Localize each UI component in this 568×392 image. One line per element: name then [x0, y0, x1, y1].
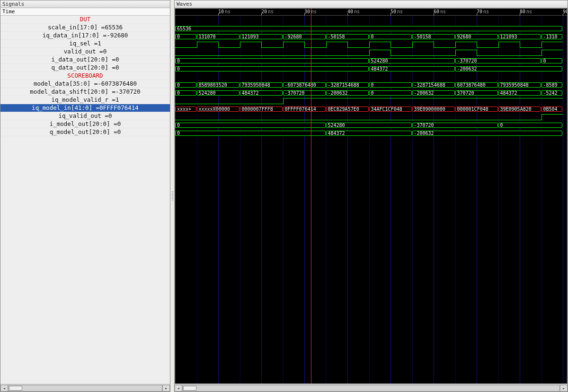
bus-segment: 524280: [197, 90, 240, 96]
wave-row[interactable]: 085898035207935950848-6073876480-3287154…: [175, 81, 567, 89]
scroll-track[interactable]: [182, 385, 560, 392]
bus-segment: -3287154688: [326, 82, 369, 88]
signals-title: Signals: [0, 0, 170, 8]
signal-list[interactable]: DUTscale_in[17:0] =65536iq_data_in[17:0]…: [0, 16, 170, 384]
signal-row[interactable]: i_data_out[20:0] =0: [0, 56, 170, 64]
ruler-tick: 70ns: [477, 9, 489, 16]
wave-row[interactable]: 0484372-200632: [175, 65, 567, 73]
signal-row[interactable]: q_model_out[20:0] =0: [0, 128, 170, 136]
bit-edge: [304, 42, 305, 48]
bit-line: [175, 47, 197, 48]
scroll-thumb[interactable]: [183, 386, 196, 391]
wave-row[interactable]: 0524280-3707200: [175, 121, 567, 129]
signal-row[interactable]: iq_sel =1: [0, 40, 170, 48]
wave-row[interactable]: 0524280-3707200: [175, 57, 567, 65]
bit-edge: [390, 42, 391, 48]
signal-row[interactable]: iq_model_in[41:0] =0FFFF076414: [0, 104, 170, 112]
bus-segment: 0: [175, 123, 326, 128]
waves-scrollbar[interactable]: ◂ ▸: [175, 384, 568, 392]
bit-line: [541, 50, 563, 50]
bus-segment: 0: [175, 34, 196, 39]
wave-row[interactable]: 65536: [175, 25, 567, 33]
scroll-left-icon[interactable]: ◂: [175, 385, 182, 392]
splitter-grip-icon: [172, 191, 173, 201]
bus-segment: 0: [369, 90, 412, 96]
bit-edge: [541, 114, 542, 120]
wave-row[interactable]: [175, 73, 567, 81]
bit-edge: [477, 50, 477, 56]
signal-group-header[interactable]: DUT: [0, 16, 170, 24]
bus-segment: -200632: [412, 90, 455, 96]
bus-segment: 34AFC1CF048: [369, 107, 412, 112]
signal-group-header[interactable]: SCOREBOARD: [0, 72, 170, 80]
ruler-tick: 10ns: [218, 9, 231, 16]
bit-line: [283, 42, 305, 42]
wave-row[interactable]: [175, 41, 567, 49]
bus-segment: 000001CF048: [455, 107, 498, 112]
bus-segment: 0: [498, 123, 563, 128]
scroll-right-icon[interactable]: ▸: [560, 385, 568, 392]
bus-segment: 0: [175, 58, 369, 63]
signals-panel: Signals Time DUTscale_in[17:0] =65536iq_…: [0, 0, 170, 392]
scroll-right-icon[interactable]: ▸: [162, 385, 170, 392]
bus-segment: -50158: [412, 34, 455, 39]
bus-segment: 39E0905A820: [498, 107, 541, 112]
bus-segment: 484372: [240, 90, 283, 96]
bus-segment: -92680: [283, 34, 326, 39]
signal-row[interactable]: model_data[35:0] =-6073876480: [0, 80, 170, 88]
wave-row[interactable]: [175, 17, 567, 25]
scroll-thumb[interactable]: [9, 386, 22, 391]
bit-line: [455, 50, 477, 50]
signal-row[interactable]: iq_model_valid_r =1: [0, 96, 170, 104]
signals-scrollbar[interactable]: ◂ ▸: [0, 384, 170, 392]
bus-segment: xxxxxX00000: [197, 107, 240, 112]
time-cursor[interactable]: [311, 9, 311, 383]
bus-segment: 7935950848: [240, 82, 283, 88]
bus-segment: 484372: [369, 66, 455, 71]
bit-edge: [390, 50, 391, 56]
bus-segment: 121093: [240, 34, 283, 39]
bus-segment: 39E09000000: [412, 107, 455, 112]
signal-row[interactable]: valid_out =0: [0, 48, 170, 56]
bit-line: [434, 47, 455, 48]
bit-edge: [197, 42, 197, 48]
bit-edge: [477, 42, 477, 48]
waves-panel: Waves 10ns20ns30ns40ns50ns60ns70ns80ns90…: [174, 0, 568, 392]
panel-splitter[interactable]: [170, 0, 174, 392]
bit-edge: [283, 42, 284, 48]
waves-title: Waves: [175, 0, 568, 8]
scroll-left-icon[interactable]: ◂: [0, 385, 8, 392]
wave-row[interactable]: [175, 49, 567, 57]
bus-segment: -5242: [541, 90, 563, 96]
wave-row[interactable]: [175, 113, 567, 121]
time-ruler[interactable]: 10ns20ns30ns40ns50ns60ns70ns80ns90ns: [175, 9, 567, 16]
bit-line: [390, 47, 412, 48]
signal-row[interactable]: iq_data_in[17:0] =-92680: [0, 32, 170, 40]
bit-edge: [240, 42, 240, 48]
signal-row[interactable]: scale_in[17:0] =65536: [0, 24, 170, 32]
bus-segment: 0EC829A57E0: [326, 107, 369, 112]
bus-segment: 370720: [455, 90, 498, 96]
wave-row[interactable]: 0484372-200632: [175, 129, 567, 137]
bus-segment: -200632: [326, 90, 369, 96]
signal-row[interactable]: iq_valid_out =0: [0, 112, 170, 120]
bus-segment: -370720: [455, 58, 541, 63]
wave-row[interactable]: [175, 97, 567, 105]
wave-row[interactable]: 0131070121093-92680-501580-5015892680121…: [175, 33, 567, 41]
signal-row[interactable]: i_model_out[20:0] =0: [0, 120, 170, 128]
bit-line: [347, 47, 369, 48]
bit-line: [283, 98, 563, 98]
bit-edge: [541, 42, 542, 48]
wave-area[interactable]: 10ns20ns30ns40ns50ns60ns70ns80ns90ns 655…: [175, 8, 568, 384]
bus-segment: 0FFFF076414: [283, 107, 326, 112]
wave-row[interactable]: xxxx+xxxxxX000000000007FFF80FFFF0764140E…: [175, 105, 567, 113]
signal-row[interactable]: q_data_out[20:0] =0: [0, 64, 170, 72]
bit-edge: [283, 98, 284, 104]
signal-row[interactable]: model_data_shift[20:0] =-370720: [0, 88, 170, 96]
bus-segment: xxxx+: [175, 107, 196, 112]
bit-edge: [218, 42, 219, 48]
bit-line: [455, 42, 477, 42]
wave-row[interactable]: 0524280484372-370720-2006320-20063237072…: [175, 89, 567, 97]
bus-segment: 484372: [326, 131, 412, 136]
scroll-track[interactable]: [8, 385, 162, 392]
